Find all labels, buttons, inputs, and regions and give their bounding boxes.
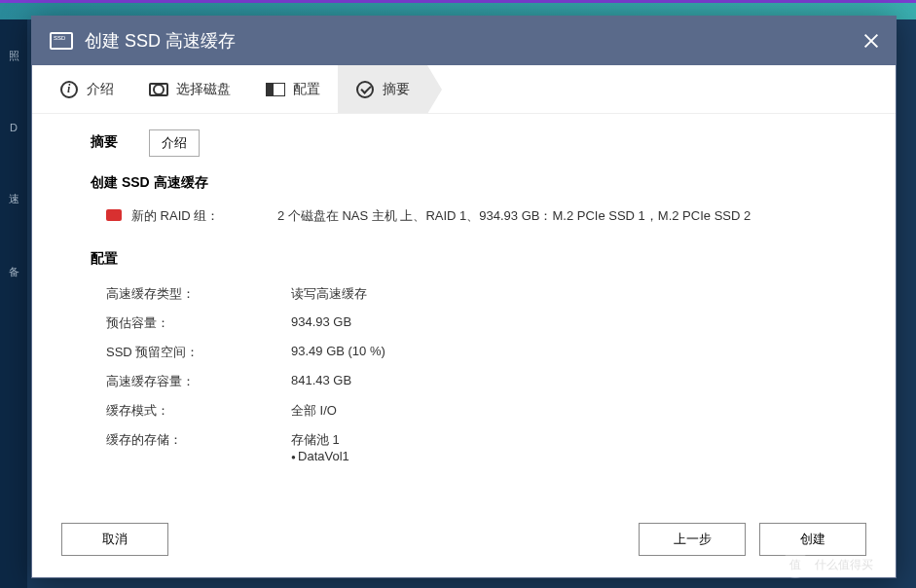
config-label: 高速缓存容量： bbox=[106, 373, 291, 390]
config-row-cache-type: 高速缓存类型： 读写高速缓存 bbox=[91, 279, 837, 309]
config-row-reserved: SSD 预留空间： 93.49 GB (10 %) bbox=[91, 338, 837, 367]
modal-title: 创建 SSD 高速缓存 bbox=[85, 29, 236, 53]
config-label: 缓存模式： bbox=[106, 402, 291, 420]
config-label: 缓存的存储： bbox=[106, 431, 291, 463]
config-label: 高速缓存类型： bbox=[106, 285, 291, 303]
modal-header: 创建 SSD 高速缓存 bbox=[32, 17, 896, 65]
step-label: 选择磁盘 bbox=[176, 81, 231, 98]
config-value: 93.49 GB (10 %) bbox=[291, 344, 385, 361]
info-icon bbox=[59, 80, 79, 99]
config-row-cache-capacity: 高速缓存容量： 841.43 GB bbox=[91, 367, 837, 396]
disk-icon bbox=[149, 80, 168, 99]
ssd-cache-wizard-modal: 创建 SSD 高速缓存 介绍 选择磁盘 配置 摘要 介绍 摘要 创建 SSD 高… bbox=[31, 16, 897, 578]
step-label: 摘要 bbox=[383, 81, 410, 98]
sidebar-fragment: 速 bbox=[0, 163, 27, 236]
step-label: 配置 bbox=[293, 81, 320, 98]
ssd-icon bbox=[50, 32, 73, 50]
raid-value: 2 个磁盘在 NAS 主机 上、RAID 1、934.93 GB：M.2 PCI… bbox=[277, 207, 751, 225]
section-title-config: 配置 bbox=[91, 250, 837, 268]
desktop-sidebar: 照 D 速 备 bbox=[0, 19, 27, 588]
config-row-storage: 缓存的存储： 存储池 1 DataVol1 bbox=[91, 425, 837, 469]
config-label: SSD 预留空间： bbox=[106, 344, 291, 361]
config-value: 全部 I/O bbox=[291, 402, 337, 420]
storage-volume: DataVol1 bbox=[291, 449, 349, 463]
sidebar-fragment: D bbox=[0, 92, 27, 163]
step-select-disk[interactable]: 选择磁盘 bbox=[131, 65, 248, 113]
summary-heading: 摘要 bbox=[91, 133, 837, 151]
config-value: 841.43 GB bbox=[291, 373, 351, 390]
config-icon bbox=[266, 80, 285, 99]
step-summary[interactable]: 摘要 bbox=[338, 65, 427, 113]
raid-label: 新的 RAID 组： bbox=[131, 207, 268, 225]
config-row-cache-mode: 缓存模式： 全部 I/O bbox=[91, 396, 837, 425]
section-title-cache: 创建 SSD 高速缓存 bbox=[91, 174, 837, 192]
storage-pool: 存储池 1 bbox=[291, 431, 349, 449]
cancel-button[interactable]: 取消 bbox=[61, 523, 168, 556]
step-label: 介绍 bbox=[87, 81, 114, 98]
watermark: 值 什么值得买 bbox=[782, 549, 908, 580]
watermark-badge-icon: 值 bbox=[782, 551, 809, 578]
config-value: 存储池 1 DataVol1 bbox=[291, 431, 349, 463]
wizard-content: 介绍 摘要 创建 SSD 高速缓存 新的 RAID 组： 2 个磁盘在 NAS … bbox=[32, 114, 896, 509]
wizard-steps: 介绍 选择磁盘 配置 摘要 bbox=[32, 65, 896, 114]
config-label: 预估容量： bbox=[106, 314, 291, 332]
sidebar-fragment: 照 bbox=[0, 19, 27, 92]
step-intro[interactable]: 介绍 bbox=[42, 65, 131, 113]
tooltip: 介绍 bbox=[149, 129, 200, 157]
close-icon[interactable] bbox=[862, 32, 880, 50]
raid-icon bbox=[106, 209, 122, 221]
wizard-footer: 取消 上一步 创建 bbox=[32, 509, 896, 577]
previous-button[interactable]: 上一步 bbox=[639, 523, 746, 556]
step-config[interactable]: 配置 bbox=[248, 65, 338, 113]
checkmark-icon bbox=[355, 80, 375, 99]
watermark-text: 什么值得买 bbox=[815, 557, 873, 573]
raid-group-row: 新的 RAID 组： 2 个磁盘在 NAS 主机 上、RAID 1、934.93… bbox=[91, 203, 837, 242]
config-value: 934.93 GB bbox=[291, 314, 351, 332]
sidebar-fragment: 备 bbox=[0, 236, 27, 309]
config-row-est-capacity: 预估容量： 934.93 GB bbox=[91, 309, 837, 338]
config-value: 读写高速缓存 bbox=[291, 285, 367, 303]
